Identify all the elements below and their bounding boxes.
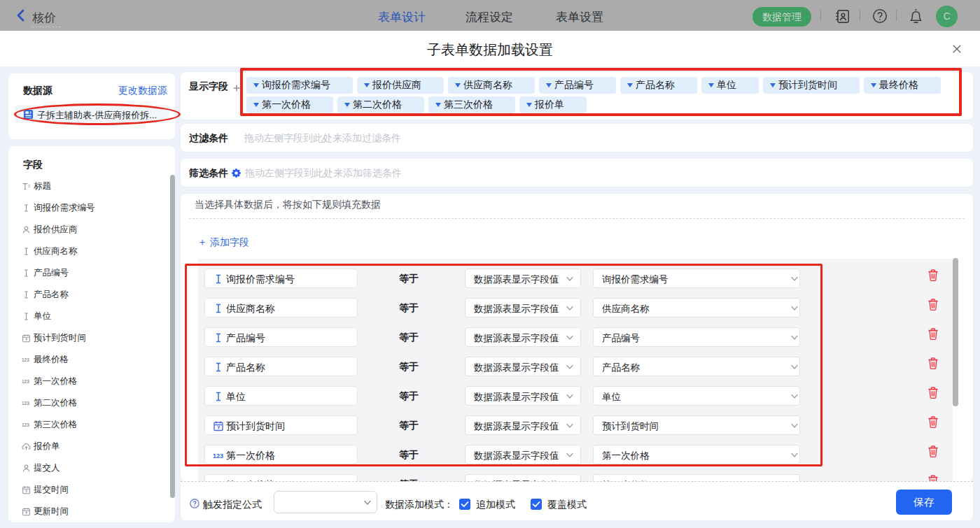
svg-text:123: 123: [213, 452, 223, 459]
svg-text:123: 123: [22, 357, 29, 362]
svg-text:123: 123: [22, 379, 29, 384]
svg-text:123: 123: [22, 401, 29, 406]
svg-text:123: 123: [22, 422, 29, 427]
